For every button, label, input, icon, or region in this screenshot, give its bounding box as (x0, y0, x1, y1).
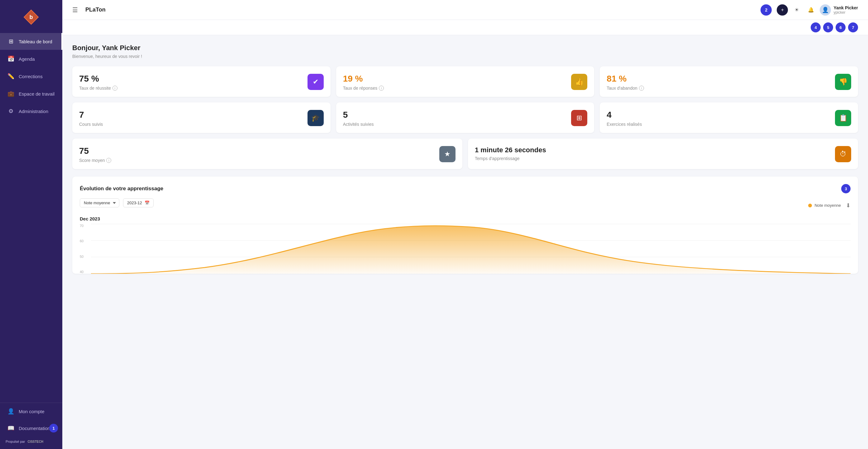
chart-area: 70 60 50 40 (80, 224, 850, 274)
info-icon[interactable]: i (106, 158, 111, 163)
propulse-section: Propulsé par CISSTECH (0, 437, 62, 443)
administration-icon: ⚙ (7, 108, 14, 115)
chart-legend: Note moyenne (808, 203, 841, 208)
chart-controls: Note moyenneScoreProgression 2023-12 📅 (80, 198, 154, 207)
sidebar-badge-1: 1 (49, 424, 58, 432)
sidebar-bottom: 👤 Mon compte 📖 Documentation 1 Propulsé … (0, 403, 62, 449)
stat-icon-wrap: ✔ (308, 74, 324, 90)
grid-icon: ⊞ (577, 114, 582, 122)
info-icon[interactable]: i (113, 86, 118, 91)
stat-card-taux-reponses: 19 % Taux de réponses i 👍 (336, 66, 594, 97)
num-badge-4[interactable]: 4 (811, 23, 820, 32)
stat-icon-wrap: 👍 (571, 74, 587, 90)
num-badge-7[interactable]: 7 (848, 23, 858, 32)
dashboard-icon: ⊞ (7, 38, 14, 45)
add-button[interactable]: + (777, 4, 788, 15)
sidebar-item-documentation[interactable]: 📖 Documentation 1 (0, 420, 62, 437)
stat-icon-wrap: 📋 (835, 110, 851, 126)
docs-icon: 📖 (7, 425, 14, 431)
stat-value: 19 % (343, 74, 384, 84)
stat-icon-wrap: ⏱ (835, 146, 851, 162)
chart-header: Évolution de votre apprentissage 3 (80, 184, 850, 193)
stat-value: 7 (79, 110, 103, 120)
sun-icon: ☀ (795, 7, 799, 13)
chart-yaxis: 70 60 50 40 (80, 224, 91, 274)
sidebar-item-label: Mon compte (19, 409, 44, 414)
chart-date-input[interactable]: 2023-12 📅 (123, 198, 154, 207)
stat-value: 75 % (79, 74, 118, 84)
bell-icon: 🔔 (808, 7, 814, 13)
stat-card-cours-suivis: 7 Cours suivis 🎓 (72, 102, 331, 133)
download-icon[interactable]: ⬇ (846, 202, 850, 209)
calendar-icon: 📅 (145, 200, 150, 205)
stat-label: Score moyen i (79, 158, 111, 163)
stats-row-3: 75 Score moyen i ★ 1 minute 26 secondes … (72, 138, 858, 169)
num-badge-6[interactable]: 6 (836, 23, 845, 32)
stat-label: Exercices réalisés (607, 122, 642, 127)
avatar-icon: 👤 (822, 6, 829, 13)
sidebar: b ⊞ Tableau de bord 📅 Agenda ✏️ Correcti… (0, 0, 62, 449)
checkmark-icon: ✔ (313, 78, 318, 86)
chart-month-label: Dec 2023 (80, 216, 850, 221)
num-badge-5[interactable]: 5 (823, 23, 833, 32)
sidebar-item-label: Espace de travail (19, 91, 55, 97)
stats-row-2: 7 Cours suivis 🎓 5 Activités suivies (72, 102, 858, 133)
clipboard-icon: 📋 (839, 114, 847, 122)
sidebar-item-label: Administration (19, 109, 48, 114)
user-name: Yank Picker (833, 5, 858, 10)
stat-icon-wrap: 👎 (835, 74, 851, 90)
stat-card-taux-reussite: 75 % Taux de réussite i ✔ (72, 66, 331, 97)
page-content: Bonjour, Yank Picker Bienvenue, heureux … (62, 35, 868, 449)
stat-icon-wrap: ★ (439, 146, 456, 162)
topbar-badge-2[interactable]: 2 (761, 4, 772, 15)
legend-label: Note moyenne (814, 203, 841, 208)
stat-label: Temps d'apprentissage (475, 156, 546, 161)
avatar: 👤 (820, 4, 831, 15)
sidebar-item-tableau-de-bord[interactable]: ⊞ Tableau de bord (0, 33, 62, 50)
stat-value: 5 (343, 110, 374, 120)
stat-card-exercices-realises: 4 Exercices réalisés 📋 (600, 102, 858, 133)
sidebar-item-administration[interactable]: ⚙ Administration (0, 103, 62, 120)
sidebar-item-label: Corrections (19, 74, 43, 79)
date-value: 2023-12 (127, 200, 142, 205)
stat-icon-wrap: ⊞ (571, 110, 587, 126)
sidebar-item-mon-compte[interactable]: 👤 Mon compte (0, 403, 62, 420)
info-icon[interactable]: i (379, 86, 384, 91)
sidebar-item-espace-de-travail[interactable]: 💼 Espace de travail (0, 85, 62, 102)
clock-icon: ⏱ (840, 150, 846, 158)
user-info: Yank Picker ypicker (833, 5, 858, 14)
info-icon[interactable]: i (639, 86, 644, 91)
workspace-icon: 💼 (7, 90, 14, 97)
svg-text:b: b (30, 14, 33, 20)
stats-row-1: 75 % Taux de réussite i ✔ 19 % Taux de r… (72, 66, 858, 97)
stat-label: Activités suivies (343, 122, 374, 127)
topbar-actions: + ☀ 🔔 👤 Yank Picker ypicker (777, 4, 858, 15)
stat-card-score-moyen: 75 Score moyen i ★ (72, 138, 462, 169)
theme-toggle-button[interactable]: ☀ (791, 4, 802, 15)
main-content: ☰ PLaTon 2 + ☀ 🔔 👤 Yank Picker ypicker (62, 0, 868, 449)
corrections-icon: ✏️ (7, 73, 14, 80)
stat-card-temps-apprentissage: 1 minute 26 secondes Temps d'apprentissa… (468, 138, 858, 169)
user-profile[interactable]: 👤 Yank Picker ypicker (820, 4, 858, 15)
legend-dot (808, 204, 812, 207)
stat-label: Taux de réussite i (79, 86, 118, 91)
menu-icon[interactable]: ☰ (72, 6, 78, 14)
chart-badge-3[interactable]: 3 (841, 184, 850, 193)
num-badges-row: 4 5 6 7 (62, 20, 868, 35)
notifications-button[interactable]: 🔔 (805, 4, 816, 15)
star-icon: ★ (444, 150, 451, 158)
stat-value: 75 (79, 146, 111, 156)
app-title: PLaTon (85, 6, 755, 13)
stat-value: 81 % (607, 74, 644, 84)
stat-icon-wrap: 🎓 (308, 110, 324, 126)
sidebar-item-agenda[interactable]: 📅 Agenda (0, 51, 62, 67)
greeting-title: Bonjour, Yank Picker (72, 44, 858, 52)
chart-metric-select[interactable]: Note moyenneScoreProgression (80, 198, 119, 207)
stat-card-activites-suivies: 5 Activités suivies ⊞ (336, 102, 594, 133)
sidebar-item-corrections[interactable]: ✏️ Corrections (0, 68, 62, 85)
topbar: ☰ PLaTon 2 + ☀ 🔔 👤 Yank Picker ypicker (62, 0, 868, 20)
account-icon: 👤 (7, 408, 14, 415)
chart-title: Évolution de votre apprentissage (80, 186, 163, 192)
stat-label: Taux de réponses i (343, 86, 384, 91)
sidebar-item-label: Documentation (19, 426, 50, 431)
